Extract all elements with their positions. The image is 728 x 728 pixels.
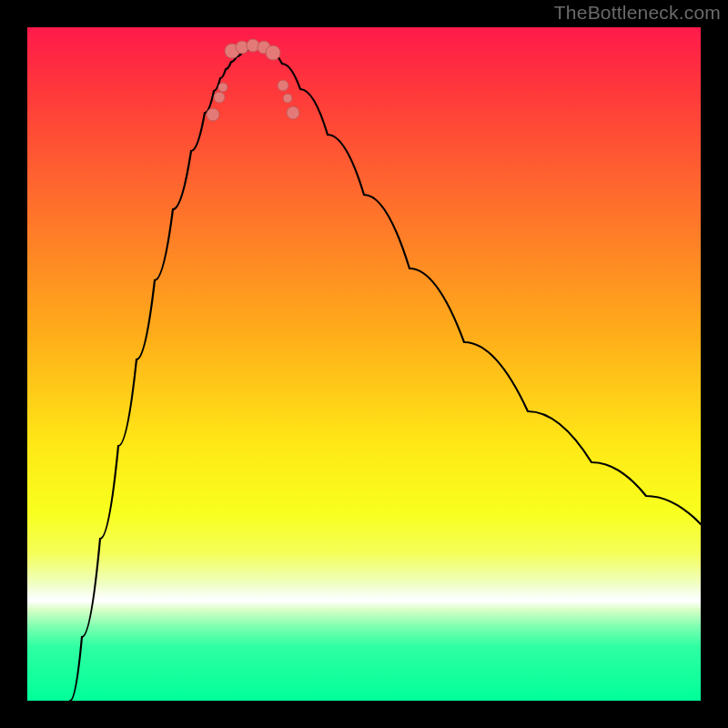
chart-frame: TheBottleneck.com [0,0,728,728]
data-marker [266,46,280,60]
data-marker [278,80,288,91]
data-marker [214,92,225,103]
curve-left [70,53,242,701]
watermark-text: TheBottleneck.com [554,2,721,24]
curve-group [70,48,701,701]
curve-right [271,53,701,524]
data-marker [283,94,292,103]
chart-svg [27,27,701,701]
data-marker [287,106,299,119]
plot-area [27,27,701,701]
data-marker [207,108,219,121]
data-marker [218,83,228,92]
